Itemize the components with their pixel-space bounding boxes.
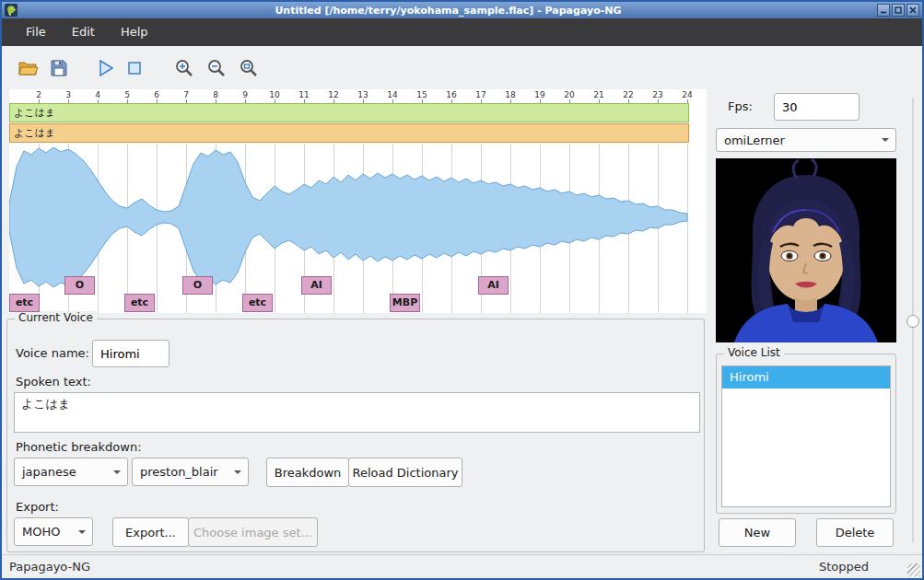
timeline-tick: 20: [564, 90, 574, 99]
statusbar-state: Stopped: [819, 560, 869, 574]
timeline-tick: 14: [387, 90, 397, 99]
phoneme-etc[interactable]: etc: [124, 294, 155, 312]
timeline-tick: 2: [36, 90, 41, 99]
right-scrollbar-thumb[interactable]: [906, 315, 919, 328]
voice-list-title: Voice List: [724, 346, 784, 359]
open-button[interactable]: [15, 55, 41, 81]
timeline-ruler[interactable]: 23456789101112131415161718192021222324: [9, 89, 707, 103]
new-voice-button[interactable]: New: [719, 518, 796, 547]
zoom-frame-button[interactable]: [236, 55, 262, 81]
zoom-in-icon: [173, 57, 195, 79]
voice-list[interactable]: Hiromi: [721, 365, 891, 507]
timeline-tick: 21: [593, 90, 603, 99]
statusbar-app-name: Papagayo-NG: [9, 560, 90, 574]
chevron-down-icon: [234, 470, 241, 478]
phoneme-set-select[interactable]: preston_blair: [132, 458, 249, 486]
export-format-select[interactable]: MOHO: [14, 517, 93, 546]
main-area: 23456789101112131415161718192021222324 よ…: [2, 89, 922, 554]
play-button[interactable]: [92, 55, 118, 81]
timeline-tick: 15: [416, 90, 427, 99]
timeline-tick: 3: [65, 90, 71, 99]
menu-edit[interactable]: Edit: [59, 18, 108, 46]
language-select[interactable]: japanese: [14, 458, 128, 486]
menu-help[interactable]: Help: [108, 18, 161, 46]
timeline-tick: 9: [242, 90, 248, 99]
menubar: File Edit Help: [2, 18, 922, 46]
maximize-button[interactable]: [892, 4, 905, 17]
timeline-tick: 16: [446, 90, 456, 99]
phrase-track[interactable]: よこはま: [9, 123, 689, 143]
timeline-tick: 17: [475, 90, 485, 99]
chevron-down-icon: [882, 138, 889, 145]
mouth-preset-value: omiLerner: [724, 133, 785, 147]
timeline-tick: 22: [623, 90, 633, 99]
phoneme-O[interactable]: O: [182, 276, 213, 295]
phoneme-MBP[interactable]: MBP: [390, 294, 420, 312]
timeline-tick: 18: [505, 90, 515, 99]
phrase-track-label: よこはま: [14, 127, 55, 139]
audio-waveform: [9, 144, 689, 313]
timeline-tick: 6: [154, 90, 159, 99]
export-label: Export:: [16, 500, 59, 514]
chevron-down-icon: [113, 470, 121, 478]
menu-file[interactable]: File: [13, 18, 59, 46]
phoneme-etc[interactable]: etc: [9, 294, 40, 312]
language-select-value: japanese: [22, 465, 76, 479]
phoneme-O[interactable]: O: [64, 276, 95, 295]
chevron-down-icon: [78, 530, 86, 538]
play-icon: [94, 57, 116, 79]
statusbar: Papagayo-NG Stopped: [2, 554, 922, 578]
toolbar: [2, 46, 922, 89]
fps-input[interactable]: [774, 93, 860, 121]
stop-button[interactable]: [122, 55, 147, 81]
timeline-tick: 4: [95, 90, 100, 99]
timeline-tick: 8: [213, 90, 218, 99]
timeline-tick: 19: [534, 90, 544, 99]
export-format-value: MOHO: [22, 525, 60, 539]
current-voice-title: Current Voice: [15, 311, 97, 324]
spoken-text-label: Spoken text:: [16, 375, 91, 389]
timeline-tick: 24: [682, 90, 692, 99]
waveform-region[interactable]: etcOetcOetcAIMBPAI: [9, 144, 707, 313]
character-portrait-image: [716, 158, 896, 342]
close-icon: [909, 6, 917, 14]
zoom-in-button[interactable]: [171, 55, 197, 81]
voice-name-input[interactable]: [92, 340, 170, 367]
sentence-track-label: よこはま: [14, 107, 55, 119]
sentence-track[interactable]: よこはま: [9, 103, 689, 122]
phoneme-etc[interactable]: etc: [242, 294, 273, 312]
current-voice-group: Current Voice Voice name: Spoken text: よ…: [6, 319, 705, 552]
voice-list-group: Voice List Hiromi: [716, 354, 896, 514]
timeline-tick: 11: [298, 90, 309, 99]
minimize-button[interactable]: [877, 4, 890, 17]
choose-image-set-button: Choose image set...: [188, 517, 318, 547]
zoom-out-button[interactable]: [204, 55, 229, 81]
timeline-tick: 23: [652, 90, 662, 99]
resize-grip[interactable]: [907, 563, 920, 576]
spoken-text-input[interactable]: よこはま: [14, 392, 700, 433]
save-button[interactable]: [46, 55, 72, 81]
phoneme-set-select-value: preston_blair: [140, 465, 218, 479]
close-button[interactable]: [906, 4, 919, 17]
save-icon: [48, 57, 70, 79]
titlebar[interactable]: Untitled [/home/terry/yokohama_sample.fl…: [2, 2, 922, 18]
folder-open-icon: [17, 57, 39, 79]
phoneme-AI[interactable]: AI: [478, 276, 509, 295]
voice-list-item-hiromi[interactable]: Hiromi: [722, 366, 890, 389]
mouth-preset-select[interactable]: omiLerner: [716, 128, 896, 152]
phoneme-AI[interactable]: AI: [301, 276, 332, 295]
timeline-tick: 10: [269, 90, 279, 99]
reload-dictionary-button[interactable]: Reload Dictionary: [348, 458, 462, 487]
export-button[interactable]: Export...: [112, 517, 189, 547]
voice-name-label: Voice name:: [16, 346, 89, 360]
maximize-icon: [895, 6, 902, 14]
app-window: Untitled [/home/terry/yokohama_sample.fl…: [0, 0, 924, 580]
breakdown-button[interactable]: Breakdown: [266, 458, 349, 487]
delete-voice-button[interactable]: Delete: [816, 518, 894, 547]
stop-icon: [123, 57, 146, 79]
window-title: Untitled [/home/terry/yokohama_sample.fl…: [21, 5, 875, 17]
papagayo-app-icon: [5, 4, 18, 17]
zoom-out-icon: [205, 57, 228, 79]
phonetic-breakdown-label: Phonetic breakdown:: [16, 440, 142, 454]
fps-label: Fps:: [728, 99, 753, 113]
